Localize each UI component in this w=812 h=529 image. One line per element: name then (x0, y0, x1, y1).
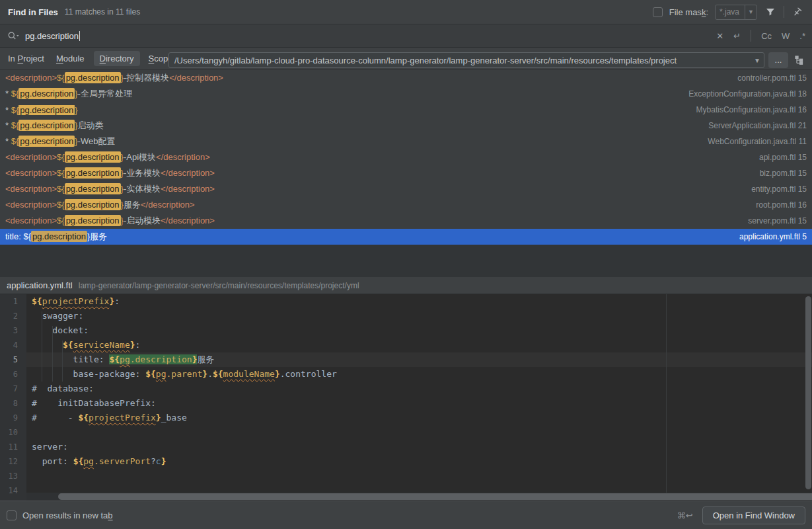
editor-line[interactable]: 5 title: ${pg.description}服务 (0, 352, 812, 367)
match-case-toggle[interactable]: Cc (761, 31, 772, 41)
pin-icon[interactable] (791, 5, 804, 19)
code-seg (32, 340, 63, 350)
result-seg: ${ (57, 73, 65, 83)
tab-in-project[interactable]: In Project (8, 51, 44, 66)
line-number: 4 (0, 338, 26, 352)
code-seg: moduleName (223, 369, 275, 379)
search-icon[interactable] (7, 29, 20, 42)
line-number: 5 (0, 352, 26, 367)
words-toggle[interactable]: W (782, 31, 790, 41)
result-row[interactable]: <description>${pg.description}服务</descri… (0, 197, 812, 213)
result-seg: 服务 (90, 231, 107, 241)
editor-line[interactable]: 7# database: (0, 382, 812, 396)
result-row[interactable]: <description>${pg.description}-Api模块</de… (0, 149, 812, 165)
indent-guide (52, 326, 53, 382)
result-seg: <description> (5, 200, 57, 210)
vertical-scrollbar[interactable] (805, 296, 811, 489)
open-results-checkbox[interactable] (7, 510, 17, 520)
newline-icon[interactable]: ↵ (733, 31, 741, 41)
horizontal-scrollbar-track[interactable] (26, 493, 812, 501)
line-number: 12 (0, 454, 26, 469)
result-file-ref: entity.pom.ftl 15 (742, 184, 807, 194)
result-text: <description>${pg.description}-控制器模块</de… (5, 72, 223, 84)
result-seg: ${ (11, 89, 19, 99)
line-number: 2 (0, 309, 26, 323)
editor-line[interactable]: 9# - ${projectPrefix}_base (0, 411, 812, 425)
match-highlight: pg.description (18, 136, 75, 147)
code-seg: pg (156, 369, 166, 379)
search-field[interactable]: pg.description ✕ ↵ Cc W .* (0, 24, 812, 48)
result-seg: ${ (11, 136, 19, 146)
directory-path-value[interactable]: /Users/tangyh/gitlab/lamp-cloud-pro-data… (169, 56, 751, 65)
code-seg: ${ (145, 369, 156, 379)
code-seg: # initDatabasePrefix: (32, 398, 156, 408)
result-row[interactable]: * ${pg.description}启动类ServerApplication.… (0, 118, 812, 134)
code-line: swagger: (26, 309, 812, 323)
result-row[interactable]: * ${pg.description}-Web配置WebConfiguratio… (0, 134, 812, 149)
code-line (26, 425, 812, 440)
editor-line[interactable]: 12 port: ${pg.serverPort?c} (0, 454, 812, 469)
editor-line[interactable]: 1${projectPrefix}: (0, 294, 812, 309)
result-seg: -全局异常处理 (78, 89, 132, 99)
code-line (26, 469, 812, 483)
regex-toggle[interactable]: .* (799, 31, 805, 41)
results-list: <description>${pg.description}-控制器模块</de… (0, 70, 812, 245)
result-seg: title: (5, 231, 23, 241)
result-row[interactable]: <description>${pg.description}-控制器模块</de… (0, 70, 812, 86)
editor-line[interactable]: 2 swagger: (0, 309, 812, 323)
clear-icon[interactable]: ✕ (716, 31, 723, 41)
line-number: 7 (0, 382, 26, 396)
result-file-ref: MybatisConfiguration.java.ftl 16 (687, 105, 807, 114)
search-input[interactable]: pg.description (25, 31, 79, 41)
result-row[interactable]: <description>${pg.description}-业务模块</des… (0, 165, 812, 181)
result-seg: -启动模块 (124, 216, 161, 225)
directory-structure-icon[interactable] (792, 54, 807, 67)
editor-line[interactable]: 8# initDatabasePrefix: (0, 396, 812, 411)
result-text: <description>${pg.description}服务</descri… (5, 199, 195, 211)
editor-line[interactable]: 11server: (0, 440, 812, 454)
code-seg: title: (32, 354, 109, 364)
file-mask-combo[interactable]: *.java ▼ (715, 5, 757, 20)
editor-match-highlight: pg (120, 354, 130, 364)
file-mask-checkbox[interactable] (653, 7, 663, 17)
chevron-down-icon[interactable]: ▼ (745, 5, 757, 19)
editor-match-highlight: ${ (109, 354, 120, 364)
code-seg: projectPrefix (42, 296, 110, 306)
editor-line[interactable]: 3 docket: (0, 323, 812, 338)
result-seg: * (5, 120, 11, 130)
open-results-label[interactable]: Open results in new tab (22, 510, 113, 520)
result-seg: ${ (57, 216, 65, 225)
code-seg: ${ (213, 369, 223, 379)
open-in-find-window-button[interactable]: Open in Find Window (702, 507, 805, 524)
result-seg: * (5, 105, 11, 115)
editor-line[interactable]: 6 base-package: ${pg.parent}.${moduleNam… (0, 367, 812, 382)
editor-line[interactable]: 4 ${serviceName}: (0, 338, 812, 352)
code-seg: ? (151, 456, 156, 466)
browse-button[interactable]: ... (768, 52, 788, 68)
tab-module[interactable]: Module (56, 51, 85, 66)
horizontal-scrollbar-thumb[interactable] (58, 493, 812, 500)
chevron-down-icon[interactable]: ▼ (751, 57, 764, 64)
result-seg: * (5, 136, 11, 146)
result-row[interactable]: title: ${pg.description}服务application.ym… (0, 229, 812, 245)
editor-preview[interactable]: 1${projectPrefix}:2 swagger:3 docket:4 $… (0, 294, 812, 501)
result-row[interactable]: * ${pg.description}-全局异常处理ExceptionConfi… (0, 86, 812, 102)
result-text: * ${pg.description} (5, 105, 78, 115)
match-highlight: pg.description (65, 199, 121, 210)
directory-path-combo[interactable]: /Users/tangyh/gitlab/lamp-cloud-pro-data… (168, 52, 764, 68)
dialog-header: Find in Files 11 matches in 11 files Fil… (0, 0, 812, 24)
filter-icon[interactable] (764, 5, 777, 19)
code-seg: . (207, 369, 213, 379)
result-text: <description>${pg.description}-启动模块</des… (5, 215, 215, 227)
result-row[interactable]: <description>${pg.description}-实体模块</des… (0, 181, 812, 197)
result-text: title: ${pg.description}服务 (5, 231, 107, 243)
result-text: <description>${pg.description}-业务模块</des… (5, 167, 215, 179)
result-row[interactable]: * ${pg.description}MybatisConfiguration.… (0, 102, 812, 118)
editor-line[interactable]: 13 (0, 469, 812, 483)
editor-line[interactable]: 10 (0, 425, 812, 440)
match-highlight: pg.description (65, 183, 121, 194)
result-row[interactable]: <description>${pg.description}-启动模块</des… (0, 213, 812, 229)
tab-directory[interactable]: Directory (94, 51, 140, 66)
line-number: 8 (0, 396, 26, 411)
code-seg: server: (32, 442, 68, 452)
